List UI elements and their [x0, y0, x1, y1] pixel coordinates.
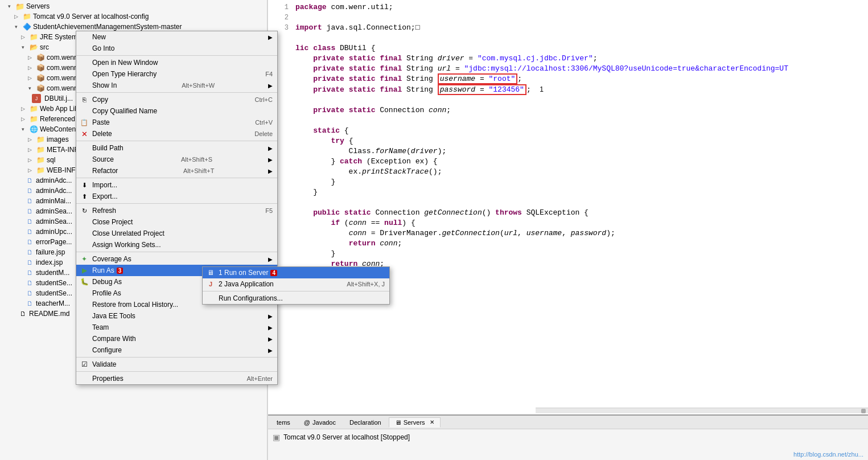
- menu-label: Source: [92, 155, 114, 163]
- menu-label: Copy: [92, 96, 108, 104]
- tab-problems[interactable]: tems: [270, 417, 297, 428]
- shortcut-label: Alt+Shift+W: [170, 82, 215, 89]
- menu-item-refresh[interactable]: ↻ Refresh F5: [76, 205, 277, 216]
- sidebar-item-label: src: [40, 43, 49, 51]
- sidebar-item-label: adminMai...: [36, 197, 71, 205]
- server-entry[interactable]: ▣ Tomcat v9.0 Server at localhost [Stopp…: [273, 432, 863, 443]
- menu-item-type-hierarchy[interactable]: Open Type Hierarchy F4: [76, 68, 277, 80]
- package-icon: 📦: [36, 63, 45, 72]
- sidebar-item-label: failure.jsp: [36, 248, 65, 256]
- code-line-print: ex.printStackTrace();: [268, 167, 868, 177]
- expand-icon: ▾: [18, 125, 27, 134]
- menu-item-close-unrelated[interactable]: Close Unrelated Project: [76, 228, 277, 239]
- submenu-item-run-configs[interactable]: Run Configurations...: [203, 293, 389, 304]
- arrow-icon: ▶: [268, 145, 273, 151]
- line-content: }: [295, 249, 335, 259]
- menu-item-show-in[interactable]: Show In Alt+Shift+W ▶: [76, 80, 277, 91]
- arrow-icon: ▶: [268, 325, 273, 331]
- submenu-label: 2 Java Application: [219, 280, 274, 288]
- jsp-icon: 🗋: [25, 289, 34, 298]
- line-content: package com.wenr.util;: [295, 2, 393, 13]
- menu-label: Validate: [92, 360, 116, 368]
- line-content: }: [295, 187, 318, 198]
- jsp-icon: 🗋: [25, 196, 34, 206]
- jsp-icon: 🗋: [25, 268, 34, 277]
- code-line-driver: private static final String driver = "co…: [268, 54, 868, 64]
- folder-icon: 📁: [36, 145, 45, 154]
- menu-separator: [76, 252, 277, 252]
- menu-item-validate[interactable]: ☑ Validate: [76, 359, 277, 370]
- menu-item-compare[interactable]: Compare With ▶: [76, 333, 277, 344]
- watermark: http://blog.csdn.net/zhu...: [793, 451, 863, 458]
- menu-item-properties[interactable]: Properties Alt+Enter: [76, 373, 277, 384]
- code-line-url: private static final String url = "jdbc:…: [268, 64, 868, 74]
- menu-label: Show In: [92, 81, 117, 89]
- menu-label: Assign Working Sets...: [92, 241, 161, 249]
- java-icon: J: [32, 94, 41, 103]
- paste-icon: 📋: [80, 118, 89, 127]
- menu-separator: [76, 55, 277, 56]
- tab-close[interactable]: ✕: [430, 419, 434, 425]
- menu-item-build-path[interactable]: Build Path ▶: [76, 142, 277, 154]
- menu-item-team[interactable]: Team ▶: [76, 322, 277, 333]
- line-content: return conn;: [295, 239, 402, 249]
- menu-item-assign-working[interactable]: Assign Working Sets...: [76, 239, 277, 250]
- sidebar-item-label: adminSea...: [36, 217, 72, 225]
- menu-item-open-window[interactable]: Open in New Window: [76, 57, 277, 68]
- menu-separator: [76, 357, 277, 358]
- menu-item-import[interactable]: ⬇ Import...: [76, 179, 277, 191]
- menu-item-copy[interactable]: ⎘ Copy Ctrl+C: [76, 94, 277, 105]
- export-icon: ⬆: [80, 192, 89, 201]
- shortcut-label: Delete: [243, 130, 273, 137]
- line-content: import java.sql.Connection;□: [295, 23, 419, 33]
- code-line-catch: } catch (Exception ex) {: [268, 157, 868, 167]
- coverage-icon: ✦: [80, 254, 89, 264]
- code-line-blank: [268, 33, 868, 43]
- menu-item-coverage[interactable]: ✦ Coverage As ▶: [76, 253, 277, 265]
- sidebar-item-servers[interactable]: ▾ 📁 Servers: [0, 1, 267, 11]
- expand-icon: ▷: [25, 135, 34, 144]
- menu-item-export[interactable]: ⬆ Export...: [76, 191, 277, 202]
- sidebar-item-label: adminAdc...: [36, 187, 72, 195]
- expand-icon: ▷: [25, 166, 34, 175]
- menu-item-java-ee-tools[interactable]: Java EE Tools ▶: [76, 310, 277, 322]
- code-line-close1: }: [268, 177, 868, 187]
- sidebar-item-tomcat-config[interactable]: ▷ 📁 Tomcat v9.0 Server at localhost-conf…: [0, 11, 267, 22]
- folder-icon: 📁: [29, 114, 38, 124]
- shortcut-label: Alt+Shift+X, J: [335, 281, 385, 288]
- menu-item-close-project[interactable]: Close Project: [76, 216, 277, 228]
- menu-item-paste[interactable]: 📋 Paste Ctrl+V: [76, 117, 277, 128]
- menu-item-configure[interactable]: Configure ▶: [76, 344, 277, 356]
- tab-label: Servers: [404, 419, 425, 426]
- jsp-icon: 🗋: [25, 217, 34, 226]
- code-line-return1: return conn;: [268, 239, 868, 249]
- menu-item-go-into[interactable]: Go Into: [76, 43, 277, 54]
- menu-label: Go Into: [92, 44, 114, 52]
- menu-label: Open in New Window: [92, 59, 158, 67]
- code-line-class: lic class DBUtil {: [268, 43, 868, 54]
- horizontal-scrollbar[interactable]: [536, 408, 868, 413]
- folder-icon: 📁: [36, 135, 45, 144]
- menu-label: Team: [92, 323, 109, 331]
- line-number: 1: [273, 2, 289, 13]
- menu-item-new[interactable]: New ▶: [76, 31, 277, 43]
- code-line-blank2: [268, 95, 868, 105]
- menu-item-refactor[interactable]: Refactor Alt+Shift+T ▶: [76, 165, 277, 176]
- expand-icon: ▷: [25, 53, 34, 62]
- folder-icon: 📂: [29, 43, 38, 52]
- submenu-item-java-app[interactable]: J 2 Java Application Alt+Shift+X, J: [203, 278, 389, 290]
- code-line-closebrace1: }: [268, 249, 868, 259]
- menu-item-delete[interactable]: ✕ Delete Delete: [76, 128, 277, 139]
- tab-declaration[interactable]: Declaration: [343, 417, 388, 428]
- menu-label: Paste: [92, 118, 110, 126]
- menu-item-source[interactable]: Source Alt+Shift+S ▶: [76, 154, 277, 165]
- tab-javadoc[interactable]: @ Javadoc: [298, 417, 342, 428]
- submenu-item-run-on-server[interactable]: 🖥 1 Run on Server 4: [203, 267, 389, 278]
- code-line-password: private static final String password = "…: [268, 84, 868, 95]
- tab-servers[interactable]: 🖥 Servers ✕: [389, 417, 441, 428]
- menu-item-copy-qualified[interactable]: Copy Qualified Name: [76, 105, 277, 117]
- code-line-close2: }: [268, 187, 868, 198]
- code-line-getconn: public static Connection getConnection()…: [268, 208, 868, 218]
- sidebar-item-label: studentSe...: [36, 289, 72, 297]
- sidebar-item-label: adminAdc...: [36, 176, 72, 184]
